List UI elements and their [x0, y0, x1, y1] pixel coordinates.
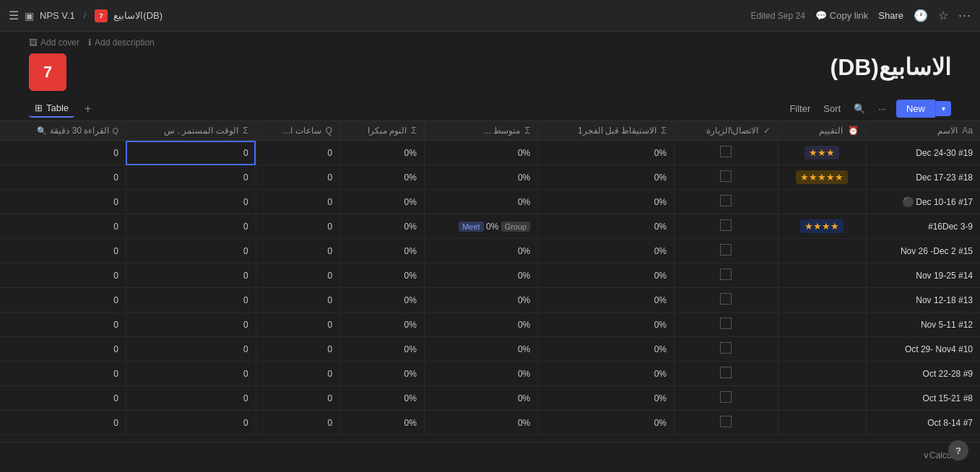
col-icon-rating: ⏰ — [848, 126, 859, 136]
add-cover-button[interactable]: 🖼 Add cover — [29, 38, 79, 48]
cell-rating[interactable] — [778, 190, 866, 214]
cell-contact[interactable] — [675, 411, 779, 435]
cell-name[interactable]: #19 Dec 24-30 — [866, 141, 980, 165]
cell-name[interactable]: #8 Oct 15-21 — [866, 386, 980, 411]
copy-link-icon: 💬 — [815, 10, 827, 21]
new-button-dropdown[interactable]: ▾ — [935, 101, 951, 116]
col-header-fajr[interactable]: Σ الاستيقاظ قبل الفجر1 — [538, 121, 675, 141]
main-table: Aa الاسم ⏰ التقييم ✓ الاتصال\الزيارة Σ ا… — [0, 121, 980, 435]
table-row[interactable]: #12 Nov 5-110%0%0%000 — [0, 313, 980, 337]
new-button[interactable]: New — [896, 100, 935, 118]
cell-name[interactable]: #13 Nov 12-18 — [866, 288, 980, 313]
clock-icon[interactable]: 🕐 — [914, 9, 928, 22]
breadcrumb-db[interactable]: الاسابيع(DB) — [113, 10, 162, 21]
table-row[interactable]: #14 Nov 19-250%0%0%000 — [0, 263, 980, 288]
cell-rating[interactable] — [778, 263, 866, 288]
toolbar-right: Filter Sort 🔍 ··· New ▾ — [786, 100, 951, 118]
checkbox[interactable] — [720, 367, 732, 378]
cell-contact[interactable] — [675, 165, 779, 190]
checkbox[interactable] — [720, 391, 732, 403]
cell-fajr: 0% — [538, 141, 675, 165]
search-button[interactable]: 🔍 — [851, 102, 868, 115]
cell-rating[interactable]: ★★★★★ — [778, 165, 866, 190]
col-header-hours[interactable]: Q ساعات ا... — [256, 121, 340, 141]
cell-name[interactable]: #9 Oct 22-28 — [866, 362, 980, 386]
more-menu-icon[interactable]: ··· — [958, 8, 971, 23]
share-button[interactable]: Share — [878, 10, 903, 21]
cell-name[interactable]: #14 Nov 19-25 — [866, 263, 980, 288]
table-row[interactable]: #18 Dec 17-23★★★★★0%0%0%000 — [0, 165, 980, 190]
table-row[interactable]: #9 Oct 22-280%0%0%000 — [0, 362, 980, 386]
calculate-bar[interactable]: ∨Calculate — [0, 442, 980, 468]
checkbox[interactable] — [720, 293, 732, 305]
cell-name[interactable]: #12 Nov 5-11 — [866, 313, 980, 337]
cell-fajr: 0% — [538, 239, 675, 263]
cell-contact[interactable] — [675, 190, 779, 214]
col-label-reading: القراءة 30 دقيقة — [50, 126, 109, 136]
cell-rating[interactable] — [778, 386, 866, 411]
cell-rating[interactable] — [778, 362, 866, 386]
menu-icon[interactable]: ☰ — [9, 9, 19, 22]
table-row[interactable]: #15 Nov 26 -Dec 20%0%0%000 — [0, 239, 980, 263]
table-row[interactable]: #17 Dec 10-16 ⚫0%0%0%000 — [0, 190, 980, 214]
checkbox[interactable] — [720, 342, 732, 354]
copy-link-button[interactable]: 💬 Copy link — [815, 10, 868, 21]
col-header-avg[interactable]: Σ متوسط ... — [424, 121, 537, 141]
cell-rating[interactable] — [778, 337, 866, 362]
cell-name[interactable]: #7 Oct 8-14 — [866, 411, 980, 435]
cell-rating[interactable] — [778, 288, 866, 313]
checkbox[interactable] — [720, 268, 732, 280]
cell-name[interactable]: #18 Dec 17-23 — [866, 165, 980, 190]
cell-name[interactable]: #15 Nov 26 -Dec 2 — [866, 239, 980, 263]
table-tab[interactable]: ⊞ Table — [29, 100, 74, 118]
cell-rating[interactable]: ★★★★ — [778, 214, 866, 239]
cell-contact[interactable] — [675, 313, 779, 337]
checkbox[interactable] — [720, 170, 732, 182]
add-view-button[interactable]: + — [80, 101, 95, 117]
col-header-name[interactable]: Aa الاسم — [866, 121, 980, 141]
help-button[interactable]: ? — [948, 440, 968, 460]
checkbox[interactable] — [720, 195, 732, 206]
cell-rating[interactable] — [778, 239, 866, 263]
col-icon-contact: ✓ — [763, 126, 771, 136]
checkbox[interactable] — [720, 219, 732, 231]
col-header-contact[interactable]: ✓ الاتصال\الزيارة — [675, 121, 779, 141]
table-row[interactable]: #8 Oct 15-210%0%0%000 — [0, 386, 980, 411]
breadcrumb-nps[interactable]: NPS V.1 — [40, 10, 75, 21]
cell-contact[interactable] — [675, 141, 779, 165]
cell-time: 0 — [126, 239, 256, 263]
table-row[interactable]: #13 Nov 12-180%0%0%000 — [0, 288, 980, 313]
cell-avg: 0% — [424, 411, 537, 435]
cell-rating[interactable] — [778, 411, 866, 435]
cell-contact[interactable] — [675, 386, 779, 411]
cell-contact[interactable] — [675, 239, 779, 263]
filter-button[interactable]: Filter — [786, 102, 813, 115]
cell-rating[interactable]: ★★★ — [778, 141, 866, 165]
cell-contact[interactable] — [675, 337, 779, 362]
checkbox[interactable] — [720, 146, 732, 157]
cell-name[interactable]: #17 Dec 10-16 ⚫ — [866, 190, 980, 214]
cell-noom: 0% — [340, 362, 425, 386]
star-icon[interactable]: ☆ — [938, 9, 948, 22]
col-header-time[interactable]: Σ الوقت المستمر . س — [126, 121, 256, 141]
sort-button[interactable]: Sort — [820, 102, 844, 115]
checkbox[interactable] — [720, 244, 732, 255]
cell-rating[interactable] — [778, 313, 866, 337]
col-header-rating[interactable]: ⏰ التقييم — [778, 121, 866, 141]
table-row[interactable]: #7 Oct 8-140%0%0%000 — [0, 411, 980, 435]
cell-contact[interactable] — [675, 263, 779, 288]
cell-name[interactable]: #10 Oct 29- Nov4 — [866, 337, 980, 362]
col-header-noom[interactable]: Σ النوم مبكرا — [340, 121, 425, 141]
table-row[interactable]: #10 Oct 29- Nov40%0%0%000 — [0, 337, 980, 362]
checkbox[interactable] — [720, 416, 732, 427]
checkbox[interactable] — [720, 318, 732, 329]
add-description-button[interactable]: ℹ Add description — [88, 38, 155, 48]
table-row[interactable]: #16Dec 3-9★★★★0%Meet 0% Group0%000 — [0, 214, 980, 239]
col-header-reading[interactable]: Q القراءة 30 دقيقة 🔍 — [0, 121, 126, 141]
cell-contact[interactable] — [675, 362, 779, 386]
cell-name[interactable]: #16Dec 3-9 — [866, 214, 980, 239]
toolbar-more-button[interactable]: ··· — [875, 102, 889, 115]
cell-contact[interactable] — [675, 288, 779, 313]
cell-contact[interactable] — [675, 214, 779, 239]
table-row[interactable]: #19 Dec 24-30★★★0%0%0%000 — [0, 141, 980, 165]
